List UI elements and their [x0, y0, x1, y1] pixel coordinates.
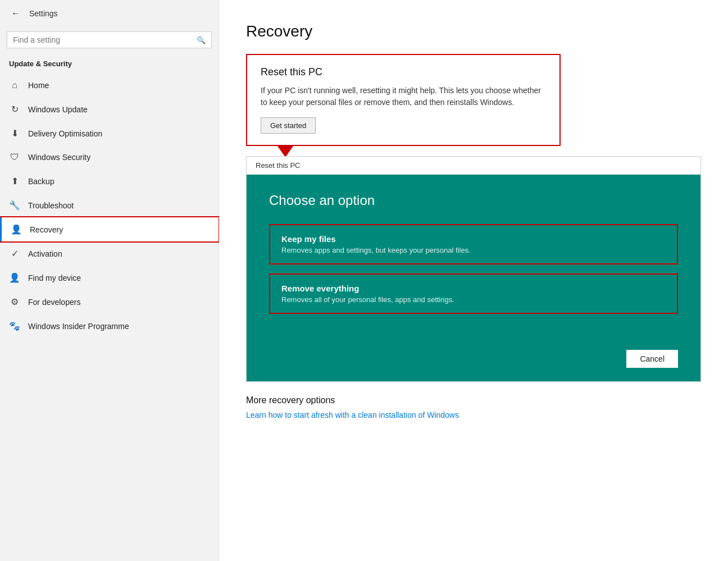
for-developers-icon: ⚙: [9, 297, 20, 307]
remove-everything-desc: Removes all of your personal files, apps…: [281, 295, 666, 304]
keep-files-desc: Removes apps and settings, but keeps you…: [281, 246, 666, 254]
find-my-device-icon: 👤: [9, 272, 20, 283]
sidebar: ← Settings 🔍 Update & Security ⌂Home↻Win…: [0, 0, 219, 561]
sidebar-item-label-home: Home: [28, 81, 49, 90]
sidebar-item-label-backup: Backup: [28, 177, 54, 186]
dialog-titlebar: Reset this PC: [247, 157, 700, 175]
choose-option-title: Choose an option: [269, 193, 678, 208]
sidebar-item-find-my-device[interactable]: 👤Find my device: [0, 266, 219, 290]
section-label: Update & Security: [0, 57, 219, 74]
remove-everything-option[interactable]: Remove everything Removes all of your pe…: [269, 273, 678, 314]
home-icon: ⌂: [9, 80, 20, 90]
get-started-button[interactable]: Get started: [261, 117, 316, 134]
back-button[interactable]: ←: [9, 6, 22, 21]
activation-icon: ✓: [9, 248, 20, 259]
windows-insider-icon: 🐾: [9, 321, 20, 331]
sidebar-item-label-activation: Activation: [28, 249, 62, 258]
search-input[interactable]: [13, 35, 197, 44]
sidebar-item-label-troubleshoot: Troubleshoot: [28, 201, 74, 210]
sidebar-item-troubleshoot[interactable]: 🔧Troubleshoot: [0, 193, 219, 217]
titlebar: ← Settings: [0, 0, 219, 27]
reset-dialog: Reset this PC Choose an option Keep my f…: [246, 156, 701, 382]
sidebar-item-label-find-my-device: Find my device: [28, 273, 81, 282]
troubleshoot-icon: 🔧: [9, 200, 20, 211]
more-options-title: More recovery options: [246, 395, 701, 405]
sidebar-item-label-for-developers: For developers: [28, 298, 80, 307]
sidebar-item-for-developers[interactable]: ⚙For developers: [0, 290, 219, 314]
sidebar-item-recovery[interactable]: 👤Recovery: [0, 217, 219, 241]
windows-security-icon: 🛡: [9, 152, 20, 162]
settings-title: Settings: [29, 9, 58, 18]
sidebar-item-windows-security[interactable]: 🛡Windows Security: [0, 145, 219, 169]
backup-icon: ⬆: [9, 176, 20, 186]
sidebar-item-label-windows-insider: Windows Insider Programme: [28, 322, 129, 331]
reset-pc-card: Reset this PC If your PC isn't running w…: [246, 54, 561, 146]
main-content: Recovery Reset this PC If your PC isn't …: [219, 0, 728, 561]
sidebar-item-activation[interactable]: ✓Activation: [0, 241, 219, 266]
sidebar-item-label-windows-security: Windows Security: [28, 153, 90, 162]
keep-files-title: Keep my files: [281, 234, 666, 244]
reset-card-desc: If your PC isn't running well, resetting…: [261, 85, 546, 108]
reset-card-title: Reset this PC: [261, 66, 546, 78]
search-box[interactable]: 🔍: [7, 31, 212, 48]
dialog-body: Choose an option Keep my files Removes a…: [247, 175, 700, 341]
sidebar-item-delivery-optimisation[interactable]: ⬇Delivery Optimisation: [0, 121, 219, 145]
sidebar-item-label-windows-update: Windows Update: [28, 105, 88, 114]
recovery-icon: 👤: [11, 224, 22, 235]
nav-list: ⌂Home↻Windows Update⬇Delivery Optimisati…: [0, 74, 219, 338]
windows-update-icon: ↻: [9, 104, 20, 115]
sidebar-item-backup[interactable]: ⬆Backup: [0, 169, 219, 193]
sidebar-item-label-recovery: Recovery: [30, 225, 63, 234]
keep-my-files-option[interactable]: Keep my files Removes apps and settings,…: [269, 224, 678, 264]
remove-everything-title: Remove everything: [281, 284, 666, 293]
search-icon: 🔍: [197, 36, 206, 44]
learn-link[interactable]: Learn how to start afresh with a clean i…: [246, 411, 459, 419]
sidebar-item-home[interactable]: ⌂Home: [0, 74, 219, 97]
sidebar-item-windows-update[interactable]: ↻Windows Update: [0, 97, 219, 121]
dialog-footer: Cancel: [247, 341, 700, 381]
page-title: Recovery: [246, 22, 701, 40]
more-options-section: More recovery options Learn how to start…: [246, 395, 701, 420]
cancel-button[interactable]: Cancel: [626, 350, 678, 368]
sidebar-item-windows-insider[interactable]: 🐾Windows Insider Programme: [0, 314, 219, 338]
arrow-indicator: [277, 146, 293, 157]
delivery-optimisation-icon: ⬇: [9, 128, 20, 139]
sidebar-item-label-delivery-optimisation: Delivery Optimisation: [28, 129, 102, 138]
